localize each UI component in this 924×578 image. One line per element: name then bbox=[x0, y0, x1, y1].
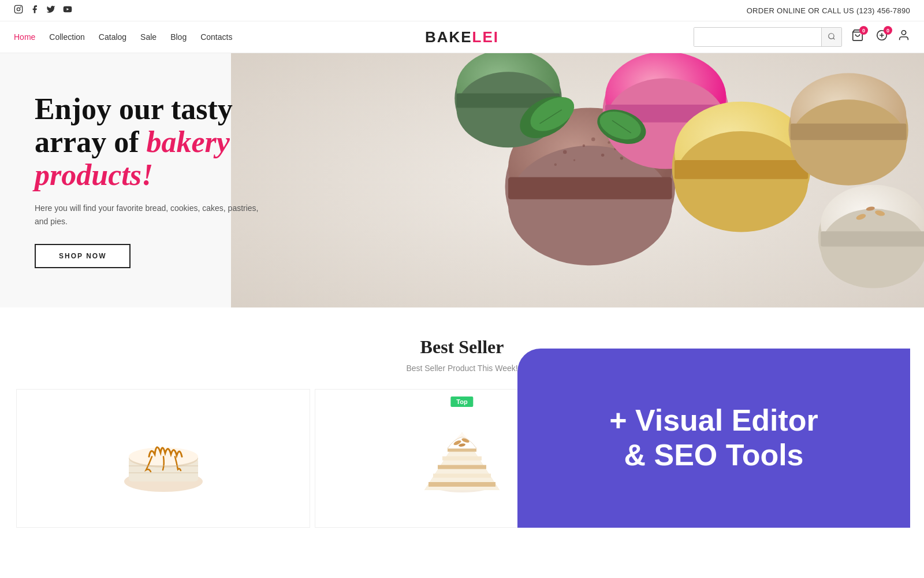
youtube-icon[interactable] bbox=[62, 5, 73, 16]
nav-catalog[interactable]: Catalog bbox=[99, 32, 126, 42]
svg-rect-41 bbox=[821, 231, 924, 246]
svg-rect-37 bbox=[791, 124, 907, 140]
hero-section: Enjoy our tasty array of bakery products… bbox=[0, 53, 924, 307]
svg-rect-29 bbox=[675, 160, 808, 179]
svg-rect-12 bbox=[508, 177, 672, 199]
svg-point-18 bbox=[591, 138, 595, 142]
svg-point-14 bbox=[583, 144, 585, 147]
product-card-1[interactable] bbox=[16, 389, 310, 528]
svg-point-13 bbox=[563, 150, 567, 154]
svg-point-17 bbox=[573, 159, 575, 161]
svg-point-2 bbox=[20, 7, 21, 8]
contact-info: ORDER ONLINE OR CALL US (123) 456-7890 bbox=[747, 6, 910, 15]
nav-bar: Home Collection Catalog Sale Blog Contac… bbox=[0, 21, 924, 53]
svg-point-15 bbox=[601, 154, 604, 157]
nav-blog[interactable]: Blog bbox=[170, 32, 187, 42]
top-badge: Top bbox=[450, 397, 473, 407]
svg-point-1 bbox=[17, 8, 20, 10]
best-seller-section: Best Seller Best Seller Product This Wee… bbox=[0, 307, 924, 545]
product-image-2 bbox=[416, 415, 508, 502]
top-bar: ORDER ONLINE OR CALL US (123) 456-7890 bbox=[0, 0, 924, 21]
hero-subtitle: Here you will find your favorite bread, … bbox=[35, 202, 260, 228]
svg-point-20 bbox=[620, 157, 623, 160]
search-input[interactable] bbox=[694, 28, 821, 46]
cart-button[interactable]: 0 bbox=[851, 29, 864, 45]
nav-links: Home Collection Catalog Sale Blog Contac… bbox=[14, 32, 232, 42]
shop-now-button[interactable]: SHOP NOW bbox=[35, 244, 131, 268]
svg-rect-0 bbox=[14, 5, 22, 13]
svg-point-40 bbox=[821, 209, 924, 288]
account-button[interactable] bbox=[897, 29, 910, 45]
svg-point-4 bbox=[829, 33, 834, 38]
search-box bbox=[694, 27, 842, 47]
promo-text: + Visual Editor & SEO Tools bbox=[586, 403, 841, 473]
products-row: Top bbox=[14, 389, 910, 528]
site-logo[interactable]: BAKELEI bbox=[425, 28, 499, 46]
hero-content: Enjoy our tasty array of bakery products… bbox=[0, 92, 295, 268]
nav-sale[interactable]: Sale bbox=[140, 32, 157, 42]
nav-right: 0 0 bbox=[694, 27, 910, 47]
hero-title-line2: array of bakery bbox=[35, 125, 260, 158]
nav-home[interactable]: Home bbox=[14, 32, 35, 42]
hero-title-line1: Enjoy our tasty bbox=[35, 92, 260, 125]
svg-point-28 bbox=[675, 131, 808, 232]
search-button[interactable] bbox=[821, 28, 841, 46]
svg-point-21 bbox=[554, 164, 557, 166]
compare-badge: 0 bbox=[884, 26, 892, 35]
social-icons bbox=[14, 5, 73, 16]
facebook-icon[interactable] bbox=[30, 5, 39, 16]
product-image-1 bbox=[117, 415, 210, 502]
hero-title-pink2: products! bbox=[35, 158, 260, 191]
hero-macarons-svg bbox=[231, 53, 924, 307]
twitter-icon[interactable] bbox=[46, 5, 55, 16]
nav-contacts[interactable]: Contacts bbox=[200, 32, 232, 42]
svg-line-5 bbox=[833, 38, 835, 39]
compare-button[interactable]: 0 bbox=[875, 29, 888, 45]
svg-point-36 bbox=[791, 99, 907, 185]
svg-point-19 bbox=[608, 141, 610, 143]
hero-background bbox=[231, 53, 924, 307]
nav-collection[interactable]: Collection bbox=[49, 32, 84, 42]
cart-badge: 0 bbox=[859, 26, 868, 35]
instagram-icon[interactable] bbox=[14, 5, 23, 16]
promo-overlay[interactable]: + Visual Editor & SEO Tools bbox=[517, 349, 910, 528]
svg-point-7 bbox=[901, 31, 906, 35]
